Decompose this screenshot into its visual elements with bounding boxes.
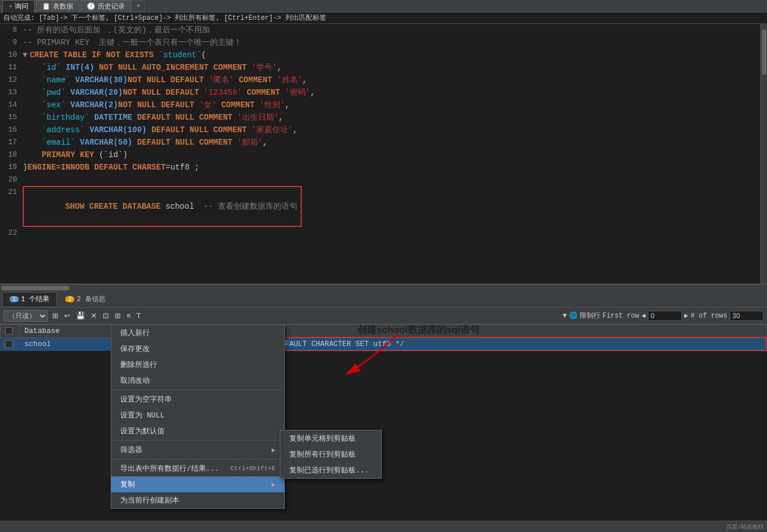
code-line-10: 10 ▼ CREATE TABLE IF NOT EXISTS `student… [0,49,767,61]
submenu-copy-all[interactable]: 复制所有行到剪贴板 [280,446,381,462]
submenu: 复制单元格到剪贴板 复制所有行到剪贴板 复制已选行到剪贴板... [280,430,382,479]
code-line-19: 19 )ENGINE=INNODB DEFAULT CHARSET=utf8 ; [0,161,767,174]
table-icon: 📋 [42,2,50,11]
th-checkbox [1,325,20,338]
ctx-save-changes[interactable]: 保存更改 [111,341,284,357]
toolbar-btn-4[interactable]: ✕ [88,310,99,321]
submenu-copy-cell[interactable]: 复制单元格到剪贴板 [280,430,381,446]
context-menu: 插入新行 保存更改 删除所选行 取消改动 设置为空字符串 设置为 NULL 设置… [111,324,285,509]
code-line-12: 12 `name` VARCHAR(30)NOT NULL DEFAULT '匿… [0,74,767,86]
ctx-sep-3 [111,459,284,459]
ctx-set-empty[interactable]: 设置为空字符串 [111,391,284,407]
autocomplete-bar: 自动完成: [Tab]-> 下一个标签, [Ctrl+Space]-> 列出所有… [0,12,767,24]
code-line-15: 15 `birthday` DATETIME DEFAULT NULL COMM… [0,111,767,124]
title-bar: ⚡ 询问 📋 表数据 🕐 历史记录 + [0,0,767,12]
ctx-sep-1 [111,390,284,390]
submenu-copy-selected[interactable]: 复制已选行到剪贴板... [280,462,381,478]
readonly-select[interactable]: （只读） [3,310,48,322]
code-line-18: 18 PRIMARY KEY (`id`) [0,149,767,161]
result-tabs: 1 1 个结果 2 2 条信息 [0,292,767,307]
rows-input[interactable] [730,311,764,321]
tab-query[interactable]: ⚡ 询问 [2,0,35,12]
ctx-insert-row[interactable]: 插入新行 [111,325,284,341]
tab-table[interactable]: 📋 表数据 [36,0,79,12]
toolbar-btn-text[interactable]: T [134,310,144,321]
code-line-13: 13 `pwd` VARCHAR(20)NOT NULL DEFAULT '12… [0,86,767,99]
toolbar-btn-1[interactable]: ⊞ [50,310,61,321]
ctx-duplicate-row[interactable]: 为当前行创建副本 [111,492,284,508]
th-database[interactable]: Database [20,325,121,338]
result-tab-2[interactable]: 2 2 条信息 [58,292,112,306]
code-line-22: 22 [0,227,767,239]
toolbar-btn-list[interactable]: ≡ [124,310,133,321]
history-icon: 🕐 [87,2,95,11]
first-row-input[interactable] [648,311,682,321]
ctx-delete-row[interactable]: 删除所选行 [111,357,284,373]
vscrollbar[interactable] [760,24,767,284]
hscrollbar-thumb [1,286,69,290]
add-tab-button[interactable]: + [132,1,145,11]
query-icon: ⚡ [9,2,12,11]
ctx-set-null[interactable]: 设置为 NULL [111,407,284,423]
code-line-17: 17 `email` VARCHAR(50) DEFAULT NULL COMM… [0,136,767,149]
ctx-copy[interactable]: 复制 ▶ [111,476,284,492]
code-line-16: 16 `address` VARCHAR(100) DEFAULT NULL C… [0,124,767,136]
toolbar-btn-3[interactable]: 💾 [74,310,87,321]
result-tab-1[interactable]: 1 1 个结果 [2,292,57,306]
ctx-set-default[interactable]: 设置为默认值 [111,423,284,439]
code-line-8: 8 -- 所有的语句后面加 ，(英文的)，最后一个不用加 [0,24,767,36]
tab-history[interactable]: 🕐 历史记录 [81,0,131,12]
hscrollbar[interactable] [0,285,767,292]
bottom-status: 百度/码农教程 [0,521,767,532]
code-line-21: 21 SHOW CREATE DATABASE school -- 查看创建数据… [0,186,767,227]
toolbar-btn-2[interactable]: ↩ [62,310,73,321]
ctx-sep-2 [111,440,284,441]
code-line-9: 9 -- PRIMARY KEY 主键，一般一个表只有一个唯一的主键！ [0,36,767,49]
toolbar-btn-grid[interactable]: ⊞ [112,310,123,321]
ctx-filter[interactable]: 筛选器 ▶ [111,442,284,458]
ctx-undo[interactable]: 取消改动 [111,373,284,389]
result-toolbar: （只读） ⊞ ↩ 💾 ✕ ⊡ ⊞ ≡ T ▼ 🌐 限制行 First row ◀… [0,307,767,324]
code-line-11: 11 `id` INT(4) NOT NULL AUTO_INCREMENT C… [0,61,767,74]
td-checkbox[interactable] [1,337,20,351]
ctx-export[interactable]: 导出表中所有数据行/结果... Ctrl+Shift+E [111,461,284,476]
code-line-14: 14 `sex` VARCHAR(2)NOT NULL DEFAULT '女' … [0,99,767,111]
code-line-20: 20 [0,174,767,186]
td-database[interactable]: school [20,337,121,351]
toolbar-btn-5[interactable]: ⊡ [100,310,111,321]
code-editor[interactable]: 8 -- 所有的语句后面加 ，(英文的)，最后一个不用加 9 -- PRIMAR… [0,24,767,285]
toolbar-right: ▼ 🌐 限制行 First row ◀ ▶ # of rows [563,311,764,321]
